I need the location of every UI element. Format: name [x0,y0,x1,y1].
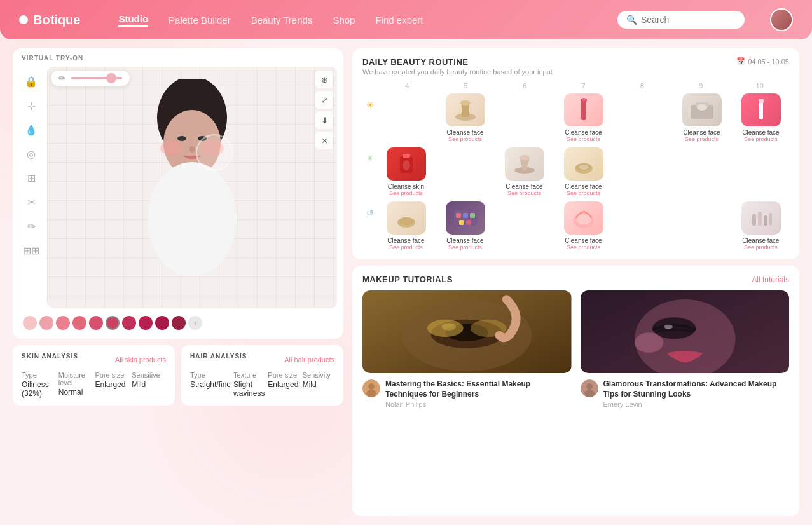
nav-palette-builder[interactable]: Palette Builder [169,15,231,25]
svg-point-24 [403,160,410,170]
svg-point-57 [664,325,673,329]
hair-analysis-card: HAIR ANALYSIS All hair products Type Str… [181,345,343,406]
routine-header: DAILY BEAUTY ROUTINE We have created you… [362,57,789,76]
calendar-icon: 📅 [736,57,745,65]
routine-row-2-items: Cleanse skin See products Cleanse face S… [378,147,789,196]
color-swatch-9[interactable] [172,316,186,330]
routine-item-2-2[interactable]: Cleanse face See products [496,147,553,196]
routine-title-area: DAILY BEAUTY ROUTINE We have created you… [362,57,553,76]
skin-analysis-card: SKIN ANALYSIS All skin products Type Oil… [13,345,175,406]
svg-point-26 [520,155,530,160]
color-swatch-0[interactable] [23,316,37,330]
nav-shop[interactable]: Shop [333,15,355,25]
tool-circle[interactable]: ◎ [20,143,42,165]
hair-analysis-title: HAIR ANALYSIS [190,353,247,360]
color-swatch-6[interactable] [122,316,136,330]
analysis-panels: SKIN ANALYSIS All skin products Type Oil… [13,345,343,406]
color-swatch-7[interactable] [139,316,153,330]
left-panel: VIRTUAL TRY-ON 🔒 ⊹ 💧 ◎ ⊞ ✂ ✏ ⊞⊞ [13,48,343,516]
skin-analysis-title: SKIN ANALYSIS [22,353,78,360]
svg-point-50 [442,323,457,330]
routine-row-3: ↺ Cleanse face See products [362,201,789,250]
routine-cell-1-4 [614,93,671,142]
routine-cell-3-4 [614,201,671,250]
svg-point-19 [697,104,707,111]
tool-adjust[interactable]: ⊹ [20,95,42,116]
tutorial-thumb-0 [362,290,572,373]
tutorial-author-1: Emery Levin [603,400,790,408]
skin-analysis-link[interactable]: All skin products [115,356,166,364]
header: Botique Studio Palette Builder Beauty Tr… [0,0,812,39]
tutorial-author-0: Nolan Philips [385,400,572,408]
svg-point-13 [460,100,471,106]
svg-rect-34 [463,213,468,218]
routine-item-3-3[interactable]: Cleanse face See products [555,201,612,250]
refresh-icon: ↺ [362,201,378,218]
svg-point-58 [634,332,663,353]
tool-layers[interactable]: ⊞⊞ [20,240,42,261]
routine-item-1-1[interactable]: Cleanse face See products [437,93,493,142]
tool-cut[interactable]: ✂ [20,191,42,213]
svg-point-16 [581,98,586,102]
svg-point-5 [160,140,183,156]
svg-point-61 [584,390,595,397]
svg-point-10 [196,135,232,170]
tutorials-grid: Mastering the Basics: Essential Makeup T… [362,290,789,408]
routine-row-2: ✳ Cleanse skin See products [362,147,789,196]
svg-rect-23 [403,154,410,158]
search-bar: 🔍 [617,11,745,29]
svg-rect-14 [581,100,586,120]
tool-grid[interactable]: ⊞ [20,167,42,189]
svg-point-53 [366,390,376,397]
tool-pencil[interactable]: ✏ [20,215,42,237]
routine-cell-2-4 [614,147,671,196]
skin-field-0: Type Oiliness (32%) [22,371,56,398]
color-swatch-8[interactable] [155,316,169,330]
hair-field-2: Pore size Enlarged [268,371,299,398]
color-swatch-2[interactable] [56,316,70,330]
tutorial-meta-0: Mastering the Basics: Essential Makeup T… [362,379,572,408]
search-input[interactable] [641,15,736,25]
tool-lock[interactable]: 🔒 [20,71,42,92]
tutorials-header: MAKEUP TUTORIALS All tutorials [362,275,789,284]
routine-item-3-1[interactable]: Cleanse face See products [437,201,493,250]
routine-item-2-3[interactable]: Cleanse face See products [555,147,612,196]
routine-cell-3-2 [496,201,553,250]
tutorials-card: MAKEUP TUTORIALS All tutorials [352,266,799,516]
routine-item-1-3[interactable]: Cleanse face See products [555,93,612,142]
nav-beauty-trends[interactable]: Beauty Trends [251,15,313,25]
tool-liquid[interactable]: 💧 [20,119,42,140]
routine-date: 📅 04.05 - 10.05 [736,57,789,65]
svg-rect-43 [769,213,772,226]
skin-analysis-header: SKIN ANALYSIS All skin products [22,353,166,366]
color-strip: › [19,313,337,332]
routine-item-3-6[interactable]: Cleanse face See products [733,201,789,250]
nav-studio[interactable]: Studio [118,13,148,27]
routine-item-1-6[interactable]: Cleanse face See products [733,93,789,142]
routine-cell-1-2 [496,93,553,142]
routine-card: DAILY BEAUTY ROUTINE We have created you… [352,48,799,259]
tutorial-info-1: Glamorous Transformations: Advanced Make… [603,379,790,408]
hair-analysis-link[interactable]: All hair products [284,356,334,364]
color-swatch-4[interactable] [89,316,103,330]
virtual-tryon-card: VIRTUAL TRY-ON 🔒 ⊹ 💧 ◎ ⊞ ✂ ✏ ⊞⊞ [13,48,343,339]
color-swatch-1[interactable] [39,316,53,330]
color-swatch-3[interactable] [72,316,86,330]
routine-item-3-0[interactable]: Cleanse face See products [378,201,434,250]
avatar[interactable] [770,8,793,31]
hair-analysis-header: HAIR ANALYSIS All hair products [190,353,334,366]
skin-field-3: Sensitive Mild [132,371,166,398]
all-tutorials-link[interactable]: All tutorials [752,275,789,284]
svg-point-52 [368,383,375,390]
skin-analysis-grid: Type Oiliness (32%) Moisture level Norma… [22,371,166,398]
svg-rect-36 [459,220,464,225]
color-swatch-more[interactable]: › [188,316,202,330]
hair-field-1: Texture Slight waviness [233,371,265,398]
routine-item-2-0[interactable]: Cleanse skin See products [378,147,434,196]
hair-field-0: Type Straight/fine [190,371,231,398]
nav-find-expert[interactable]: Find expert [375,15,423,25]
routine-item-1-5[interactable]: Cleanse face See products [673,93,730,142]
color-swatch-5[interactable] [106,316,120,330]
search-icon: 🔍 [626,15,637,25]
hair-field-3: Sensivity Mild [303,371,334,398]
